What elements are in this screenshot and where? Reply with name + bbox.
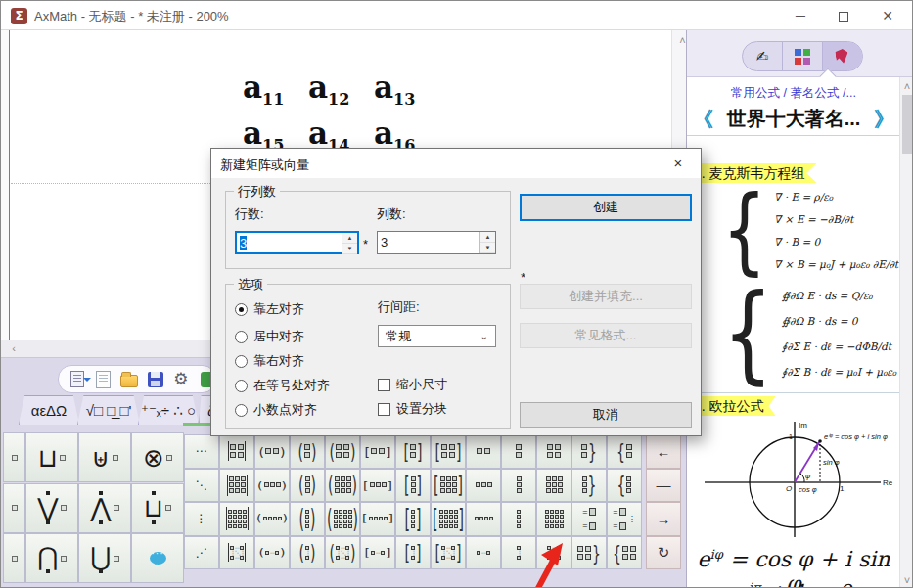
matrix-template-cell[interactable]: [] bbox=[395, 469, 431, 503]
operator-slot-cell[interactable] bbox=[3, 483, 25, 533]
side-template-cell[interactable]: ↻ bbox=[646, 536, 681, 570]
matrix-template-cell[interactable]: () bbox=[325, 469, 360, 503]
scrollbar-thumb[interactable] bbox=[902, 95, 912, 154]
matrix-template-cell[interactable] bbox=[501, 434, 536, 469]
matrix-template-cell[interactable] bbox=[466, 434, 501, 469]
matrix-template-cell[interactable]: [] bbox=[431, 502, 466, 536]
operator-cell[interactable]: ⊎ bbox=[78, 432, 131, 482]
matrix-template-cell[interactable] bbox=[501, 469, 536, 503]
matrix-template-cell[interactable]: () bbox=[290, 502, 325, 536]
matrix-template-cell[interactable] bbox=[536, 434, 571, 469]
new-document-icon[interactable] bbox=[94, 370, 111, 389]
scroll-up-icon[interactable]: ˄ bbox=[900, 80, 913, 92]
matrix-template-cell[interactable]: [] bbox=[431, 469, 466, 503]
matrix-template-cell[interactable]: () bbox=[325, 502, 360, 536]
scroll-down-icon[interactable]: ˅ bbox=[900, 574, 913, 586]
menu-icon[interactable] bbox=[68, 370, 85, 389]
radio-小数点对齐[interactable]: 小数点对齐 bbox=[235, 401, 317, 419]
create-button[interactable]: 创建 bbox=[520, 194, 692, 221]
scroll-left-icon[interactable]: ‹ bbox=[7, 342, 21, 354]
matrix-template-cell[interactable]: () bbox=[254, 469, 290, 503]
matrix-template-cell[interactable] bbox=[466, 469, 501, 503]
matrix-template-cell[interactable]: () bbox=[290, 434, 325, 469]
matrix-template-cell[interactable]: == bbox=[571, 502, 607, 536]
maximize-button[interactable] bbox=[822, 1, 865, 30]
close-button[interactable]: ✕ bbox=[866, 1, 909, 30]
cols-spinner[interactable]: ▲▼ bbox=[479, 232, 495, 253]
matrix-template-cell[interactable]: [] bbox=[360, 434, 395, 469]
matrix-template-cell[interactable]: [⋯⋮⋱⋮⋯] bbox=[431, 536, 466, 570]
matrix-template-cell[interactable] bbox=[501, 502, 536, 536]
matrix-template-cell[interactable]: { bbox=[607, 434, 642, 469]
radio-靠左对齐[interactable]: 靠左对齐 bbox=[235, 300, 304, 318]
matrix-template-cell[interactable]: [] bbox=[431, 434, 466, 469]
radio-靠右对齐[interactable]: 靠右对齐 bbox=[235, 352, 304, 370]
matrix-template-cell[interactable]: [] bbox=[395, 434, 431, 469]
operator-slot-cell[interactable] bbox=[3, 533, 25, 583]
radio-居中对齐[interactable]: 居中对齐 bbox=[235, 328, 304, 345]
matrix-template-cell[interactable] bbox=[219, 469, 254, 503]
save-icon[interactable] bbox=[147, 370, 163, 389]
maxwell-differential-equations[interactable]: { ∇ · E = ρ∕ε₀∇ × E = −∂B∕∂t∇ · B = 0∇ ×… bbox=[714, 185, 898, 275]
cols-input[interactable]: 3 ▲▼ bbox=[377, 231, 496, 254]
side-template-cell[interactable]: — bbox=[646, 469, 681, 503]
shrink-size-checkbox[interactable]: 缩小尺寸 bbox=[378, 376, 447, 393]
matrix-template-cell[interactable]: ⋮ bbox=[184, 502, 219, 536]
matrix-template-cell[interactable]: (⋯⋮⋱⋮⋯) bbox=[325, 536, 360, 570]
rows-input[interactable]: 3 ▲▼ bbox=[235, 231, 359, 254]
matrix-template-cell[interactable] bbox=[466, 502, 501, 536]
operator-slot-cell[interactable] bbox=[3, 432, 25, 482]
rows-spinner[interactable]: ▲▼ bbox=[342, 233, 357, 252]
matrix-template-cell[interactable]: [] bbox=[360, 502, 395, 536]
breadcrumb[interactable]: 常用公式 / 著名公式 /... bbox=[687, 85, 900, 102]
euler-unit-circle-diagram[interactable]: Im Re O 1 1 φ sin φ cos φ eⁱᵠ = cos φ + … bbox=[695, 418, 894, 541]
matrix-template-cell[interactable]: (⋯) bbox=[254, 536, 290, 570]
maxwell-integral-equations[interactable]: { ∯∂Ω E · ds = Q∕ε₀∯∂Ω B · ds = 0∮∂Σ E ·… bbox=[714, 283, 913, 384]
operator-cell[interactable]: ⊔ bbox=[25, 432, 78, 482]
sketch-input-icon[interactable]: ✍ bbox=[743, 42, 782, 70]
operator-cell[interactable]: ⋃ bbox=[78, 533, 131, 583]
operator-cell[interactable]: ⋀ bbox=[78, 483, 131, 533]
operator-cell[interactable] bbox=[131, 533, 184, 583]
euler-identity-formula[interactable]: eiπ + 1 = 0 bbox=[687, 580, 900, 588]
matrix-template-cell[interactable]: ⋰ bbox=[184, 536, 219, 570]
matrix-template-cell[interactable]: ⋯⋮⋱⋮⋯ bbox=[219, 536, 254, 570]
minimize-button[interactable]: ─ bbox=[779, 1, 822, 30]
matrix-template-cell[interactable]: [] bbox=[395, 502, 431, 536]
matrix-template-cell[interactable] bbox=[219, 434, 254, 469]
next-collection-button[interactable]: 》 bbox=[874, 106, 894, 133]
matrix-template-cell[interactable]: () bbox=[290, 469, 325, 503]
prev-collection-button[interactable]: 《 bbox=[693, 106, 713, 133]
side-template-cell[interactable]: ← bbox=[646, 434, 681, 469]
matrix-template-cell[interactable]: (⋮) bbox=[290, 536, 325, 570]
matrix-template-cell[interactable]: } bbox=[571, 434, 607, 469]
cancel-button[interactable]: 取消 bbox=[520, 402, 692, 428]
matrix-template-cell[interactable]: () bbox=[325, 434, 360, 469]
matrix-template-cell[interactable]: ==⋮ bbox=[607, 502, 642, 536]
matrix-template-cell[interactable] bbox=[536, 502, 571, 536]
matrix-template-cell[interactable]: () bbox=[254, 434, 290, 469]
matrix-template-cell[interactable]: ⋯ bbox=[466, 536, 501, 570]
palette-tab-2[interactable]: ⁺⁻ₓ÷ ∴ ○ bbox=[138, 395, 199, 425]
matrix-template-cell[interactable]: ⋯ bbox=[184, 434, 219, 469]
matrix-template-cell[interactable]: { bbox=[607, 536, 642, 570]
radio-在等号处对齐[interactable]: 在等号处对齐 bbox=[235, 377, 330, 394]
operator-cell[interactable]: ⋁ bbox=[25, 483, 78, 533]
operator-cell[interactable]: ⊗ bbox=[131, 432, 184, 482]
gear-icon[interactable]: ⚙ bbox=[172, 370, 189, 389]
matrix-template-cell[interactable]: [] bbox=[360, 469, 395, 503]
operator-cell[interactable]: ⋂ bbox=[25, 533, 78, 583]
set-blocks-checkbox[interactable]: 设置分块 bbox=[378, 400, 447, 418]
matrix-template-cell[interactable]: } bbox=[571, 469, 607, 503]
library-scrollbar[interactable]: ˄ ˅ bbox=[899, 77, 913, 588]
palette-tab-1[interactable]: √□ □̲ □' bbox=[77, 395, 140, 425]
palette-tab-0[interactable]: αεΔΩ bbox=[19, 395, 79, 425]
matrix-template-cell[interactable]: () bbox=[254, 502, 290, 536]
dialog-close-icon[interactable]: × bbox=[658, 149, 699, 177]
matrix-template-cell[interactable]: { bbox=[607, 469, 642, 503]
matrix-template-cell[interactable]: [⋯] bbox=[360, 536, 395, 570]
symbol-grid-icon[interactable] bbox=[783, 42, 822, 70]
open-folder-icon[interactable] bbox=[120, 370, 138, 389]
side-template-cell[interactable]: → bbox=[646, 502, 681, 536]
operator-cell[interactable]: ⊔ bbox=[131, 483, 184, 533]
